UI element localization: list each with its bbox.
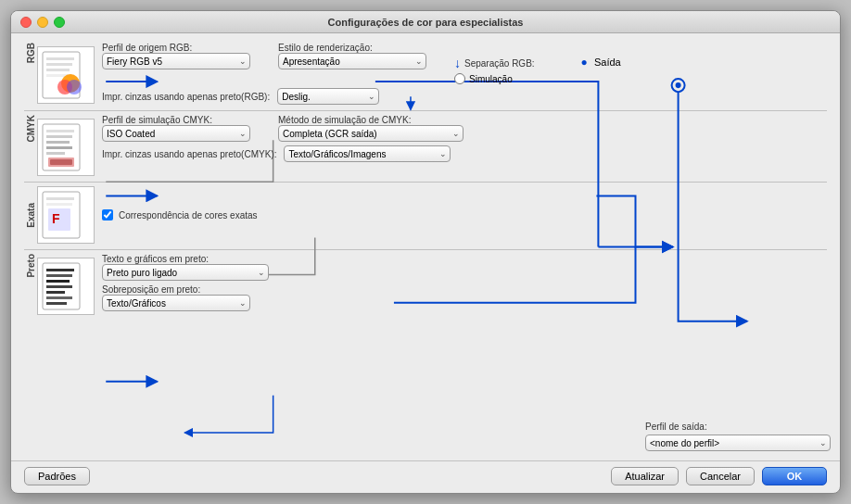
svg-rect-37 bbox=[46, 302, 67, 305]
preto-text-select[interactable]: Preto puro ligado bbox=[102, 264, 269, 281]
rgb-origin-wrapper: Fiery RGB v5 bbox=[102, 53, 250, 69]
cmyk-method-wrapper: Completa (GCR saída) bbox=[278, 125, 464, 142]
traffic-lights bbox=[20, 17, 65, 28]
svg-rect-26 bbox=[46, 197, 74, 200]
cmyk-black-wrapper: Texto/Gráficos/Imagens bbox=[284, 145, 451, 162]
svg-point-16 bbox=[67, 80, 82, 94]
output-profile-label: Perfil de saída: bbox=[645, 422, 831, 432]
cmyk-label: CMYK bbox=[24, 115, 37, 142]
svg-rect-32 bbox=[46, 274, 72, 277]
output-profile-select[interactable]: <nome do perfil> bbox=[645, 435, 831, 451]
ok-button[interactable]: OK bbox=[762, 467, 827, 485]
rgb-black-label: Impr. cinzas usando apenas preto(RGB): bbox=[102, 92, 270, 102]
saida-label: Saída bbox=[594, 57, 621, 68]
svg-rect-22 bbox=[46, 152, 65, 155]
svg-rect-19 bbox=[46, 135, 72, 138]
exact-color-checkbox[interactable] bbox=[102, 209, 113, 220]
preto-text-wrapper: Preto puro ligado bbox=[102, 264, 269, 281]
svg-rect-33 bbox=[46, 280, 70, 283]
close-button[interactable] bbox=[20, 17, 32, 28]
svg-rect-34 bbox=[46, 285, 72, 288]
cmyk-method-label: Método de simulação de CMYK: bbox=[278, 115, 464, 125]
rgb-origin-label: Perfil de origem RGB: bbox=[102, 43, 250, 53]
svg-rect-18 bbox=[46, 130, 74, 132]
preto-label: Preto bbox=[24, 254, 37, 278]
rendering-label: Estilo de renderização: bbox=[278, 43, 426, 53]
divider-rgb-cmyk bbox=[24, 110, 827, 111]
rgb-icon bbox=[37, 46, 95, 104]
svg-text:F: F bbox=[52, 211, 60, 226]
main-window: Configurações de cor para especialistas bbox=[10, 10, 841, 494]
titlebar: Configurações de cor para especialistas bbox=[11, 11, 840, 33]
separation-label: Separação RGB: bbox=[464, 58, 535, 69]
rgb-black-select[interactable]: Deslig. bbox=[277, 88, 379, 105]
svg-rect-24 bbox=[50, 159, 72, 165]
svg-rect-35 bbox=[46, 291, 65, 294]
content-area: RGB Perfil de origem RGB: bbox=[11, 33, 840, 460]
svg-rect-20 bbox=[46, 141, 70, 144]
maximize-button[interactable] bbox=[54, 17, 65, 28]
cmyk-sim-label: Perfil de simulação CMYK: bbox=[102, 115, 250, 125]
simulation-label: Simulação bbox=[469, 74, 513, 84]
svg-rect-36 bbox=[46, 296, 72, 299]
preto-text-label: Texto e gráficos em preto: bbox=[102, 254, 827, 264]
preto-icon bbox=[37, 258, 95, 315]
svg-rect-27 bbox=[46, 203, 72, 206]
divider-exata-preto bbox=[24, 249, 827, 250]
exact-color-label: Correspondência de cores exatas bbox=[119, 210, 258, 220]
exata-label: Exata bbox=[24, 203, 37, 228]
svg-rect-12 bbox=[46, 69, 70, 71]
rendering-select[interactable]: Apresentação bbox=[278, 53, 426, 69]
window-title: Configurações de cor para especialistas bbox=[328, 17, 524, 28]
output-profile-wrapper: <nome do perfil> bbox=[645, 435, 831, 451]
svg-rect-31 bbox=[46, 269, 74, 271]
cmyk-method-select[interactable]: Completa (GCR saída) bbox=[278, 125, 464, 142]
svg-rect-10 bbox=[46, 57, 74, 60]
svg-rect-11 bbox=[46, 63, 72, 66]
defaults-button[interactable]: Padrões bbox=[24, 467, 90, 485]
update-button[interactable]: Atualizar bbox=[611, 467, 679, 485]
cmyk-sim-wrapper: ISO Coated bbox=[102, 125, 250, 142]
cmyk-black-label: Impr. cinzas usando apenas preto(CMYK): bbox=[102, 149, 276, 159]
cmyk-icon bbox=[37, 119, 95, 176]
preto-overprint-label: Sobreposição em preto: bbox=[102, 284, 827, 295]
divider-cmyk-exata bbox=[24, 182, 827, 183]
preto-overprint-wrapper: Texto/Gráficos bbox=[102, 295, 250, 311]
rgb-origin-select[interactable]: Fiery RGB v5 bbox=[102, 53, 250, 69]
simulation-radio[interactable] bbox=[454, 73, 465, 84]
bottom-bar: Padrões Atualizar Cancelar OK bbox=[11, 460, 840, 493]
preto-overprint-select[interactable]: Texto/Gráficos bbox=[102, 295, 250, 311]
rgb-black-wrapper: Deslig. bbox=[277, 88, 379, 105]
rgb-label: RGB bbox=[24, 43, 37, 63]
exata-icon: F bbox=[37, 186, 95, 244]
minimize-button[interactable] bbox=[37, 17, 48, 28]
rendering-wrapper: Apresentação bbox=[278, 53, 426, 69]
simulation-radio-item: Simulação bbox=[454, 73, 535, 84]
cmyk-simulation-select[interactable]: ISO Coated bbox=[102, 125, 250, 142]
cmyk-black-select[interactable]: Texto/Gráficos/Imagens bbox=[284, 145, 451, 162]
svg-rect-21 bbox=[46, 146, 72, 149]
cancel-button[interactable]: Cancelar bbox=[686, 467, 755, 485]
